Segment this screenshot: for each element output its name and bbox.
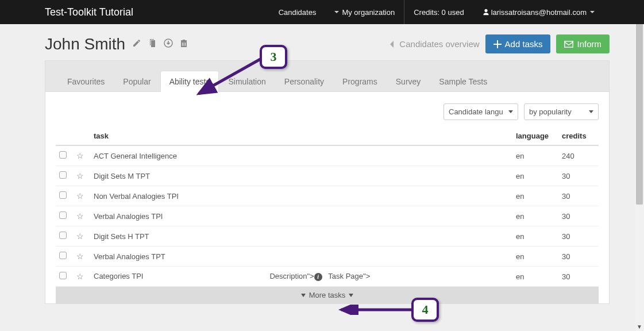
user-icon [483,9,489,16]
task-language: en [512,247,558,267]
row-checkbox[interactable] [59,151,67,159]
chevron-left-icon [389,40,395,48]
task-name: Categories TPI [94,272,143,280]
nav-candidates[interactable]: Candidates [269,0,326,24]
candidates-overview-label: Candidates overview [399,39,479,49]
description-link[interactable]: Description">i [269,272,322,280]
task-page-link[interactable]: Task Page"> [328,272,370,280]
tab-survey[interactable]: Survey [387,71,430,92]
task-language: en [512,267,558,287]
select-caret-icon [508,110,513,113]
sort-value: by popularity [529,107,572,116]
brand-title[interactable]: Test-Toolkit Tutorial [45,6,133,18]
task-language: en [512,186,558,206]
tab-personality[interactable]: Personality [275,71,333,92]
star-icon[interactable]: ☆ [76,272,84,281]
sort-select[interactable]: by popularity [524,103,599,120]
more-tasks-label: More tasks [309,291,346,299]
star-icon[interactable]: ☆ [76,211,84,221]
task-name: Verbal Analogies TPT [94,252,165,261]
page-header: John Smith Candidates overview Add tasks [45,31,610,60]
table-row[interactable]: ☆ACT General Intelligenceen240 [56,145,599,166]
nav-user-label: larissatroisans@hotmail.com [491,8,587,17]
task-name: Digit Sets M TPT [94,172,150,180]
header-actions: Candidates overview Add tasks Inform [389,34,610,53]
task-credits: 30 [558,166,599,186]
plus-icon [493,40,502,48]
nav-credits[interactable]: Credits: 0 used [404,0,473,24]
tab-sample-tests[interactable]: Sample Tests [430,71,496,92]
copy-icon[interactable] [148,39,157,50]
task-name: Non Verbal Analogies TPI [94,192,179,201]
task-language: en [512,206,558,226]
star-icon[interactable]: ☆ [76,232,84,241]
row-checkbox[interactable] [59,211,67,219]
edit-icon[interactable] [132,39,141,50]
tab-programs[interactable]: Programs [333,71,387,92]
task-name: Verbal Analogies TPI [94,212,163,221]
task-language: en [512,226,558,247]
task-credits: 30 [558,186,599,206]
arrow-down-icon [301,294,306,297]
table-row[interactable]: ☆Digit Sets M TPTen30 [56,166,599,186]
tab-favourites[interactable]: Favourites [58,71,114,92]
page-body: John Smith Candidates overview Add tasks [0,24,644,304]
star-icon[interactable]: ☆ [76,252,84,261]
col-language: language [512,127,558,145]
table-row[interactable]: ☆Categories TPIDescription">i Task Page"… [56,267,599,287]
download-icon[interactable] [164,39,173,50]
task-name: Digit Sets H TPT [94,232,149,241]
table-row[interactable]: ☆Verbal Analogies TPTen30 [56,247,599,267]
inform-label: Inform [577,39,601,49]
nav-user[interactable]: larissatroisans@hotmail.com [473,0,604,24]
star-icon[interactable]: ☆ [76,191,84,201]
filters-row: Candidate langu by popularity [45,103,609,127]
caret-down-icon [334,11,339,13]
row-checkbox[interactable] [59,272,67,279]
page-scrollbar[interactable]: ▲ ▼ [635,0,644,331]
task-name: ACT General Intelligence [94,152,177,160]
task-tabs: FavouritesPopularAbility testsSimulation… [45,68,609,92]
row-checkbox[interactable] [59,232,67,239]
table-row[interactable]: ☆Digit Sets H TPTen30 [56,226,599,247]
task-language: en [512,145,558,166]
row-checkbox[interactable] [59,191,67,199]
row-checkbox[interactable] [59,252,67,259]
nav-my-organization[interactable]: My organization [325,0,404,24]
inform-button[interactable]: Inform [556,34,610,53]
table-row[interactable]: ☆Verbal Analogies TPIen30 [56,206,599,226]
annotation-arrow-4 [337,305,414,315]
candidates-overview-link[interactable]: Candidates overview [389,39,479,49]
task-credits: 240 [558,145,599,166]
table-row[interactable]: ☆Non Verbal Analogies TPIen30 [56,186,599,206]
title-area: John Smith [45,35,188,53]
add-tasks-button[interactable]: Add tasks [485,34,551,53]
task-credits: 30 [558,267,599,287]
task-language: en [512,166,558,186]
col-credits: credits [558,127,599,145]
trash-icon[interactable] [180,39,188,50]
arrow-down-icon [349,294,353,297]
envelope-icon [564,41,573,48]
info-icon: i [314,273,322,281]
tasks-panel: FavouritesPopularAbility testsSimulation… [45,60,610,304]
star-icon[interactable]: ☆ [76,151,84,160]
select-caret-icon [589,110,593,113]
tasks-table: task language credits ☆ACT General Intel… [56,127,599,287]
caret-down-icon [590,11,595,13]
scroll-down-arrow[interactable]: ▼ [635,322,644,331]
language-filter-select[interactable]: Candidate langu [444,103,518,120]
top-nav: Candidates My organization Credits: 0 us… [269,0,604,24]
tab-content: Candidate langu by popularity task langu… [45,92,609,303]
tab-popular[interactable]: Popular [114,71,160,92]
row-checkbox[interactable] [59,171,67,179]
add-tasks-label: Add tasks [505,39,543,49]
table-header-row: task language credits [56,127,599,145]
more-tasks-button[interactable]: More tasks [56,287,599,303]
annotation-callout-4: 4 [411,298,439,322]
svg-line-1 [199,59,260,94]
scrollbar-thumb[interactable] [636,9,643,205]
task-credits: 30 [558,226,599,247]
language-filter-value: Candidate langu [449,107,503,116]
star-icon[interactable]: ☆ [76,171,84,180]
